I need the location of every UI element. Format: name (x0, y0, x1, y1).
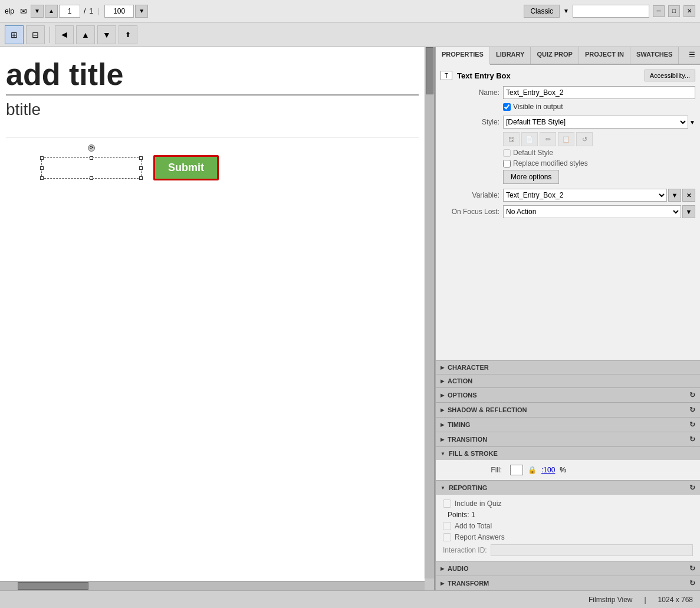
tab-swatches[interactable]: SWATCHES (630, 47, 679, 64)
style-paste-btn[interactable]: 📋 (558, 132, 574, 146)
transition-refresh-icon[interactable]: ↻ (689, 435, 695, 443)
style-save-btn[interactable]: 🖫 (503, 132, 520, 146)
rotate-handle[interactable]: ⟳ (88, 144, 95, 152)
include-quiz-row: Include in Quiz (443, 499, 693, 508)
style-reset-btn[interactable]: ↺ (576, 132, 593, 146)
canvas-inner: add title btitle ⟳ (0, 47, 425, 581)
handle-br[interactable] (139, 176, 143, 180)
prev-page-btn[interactable]: ▼ (31, 5, 44, 18)
reporting-refresh-icon[interactable]: ↻ (689, 484, 695, 492)
replace-modified-checkbox[interactable] (503, 160, 511, 167)
handle-tr[interactable] (139, 156, 143, 160)
email-icon[interactable]: ✉ (20, 6, 27, 16)
handle-tm[interactable] (90, 156, 93, 160)
submit-button[interactable]: Submit (153, 155, 219, 180)
tab-properties[interactable]: PROPERTIES (436, 47, 490, 65)
tab-project-info[interactable]: PROJECT IN (579, 47, 630, 64)
visible-label[interactable]: Visible in output (503, 103, 695, 111)
default-style-checkbox[interactable] (503, 149, 511, 157)
section-action[interactable]: ▶ ACTION (436, 374, 700, 387)
hscroll-thumb[interactable] (18, 582, 88, 590)
add-total-checkbox[interactable] (443, 522, 451, 530)
default-style-row: Default Style (503, 149, 695, 157)
zoom-input[interactable] (104, 5, 134, 18)
vscroll-thumb[interactable] (426, 47, 433, 94)
section-character[interactable]: ▶ CHARACTER (436, 360, 700, 374)
replace-modified-label: Replace modified styles (513, 159, 588, 167)
restore-btn[interactable]: □ (668, 5, 680, 17)
report-answers-checkbox[interactable] (443, 533, 451, 541)
handle-bl[interactable] (40, 176, 44, 180)
name-input[interactable] (503, 86, 695, 99)
page-number-input[interactable] (59, 5, 80, 18)
section-fill[interactable]: ▼ FILL & STROKE (436, 446, 700, 460)
text-entry-box[interactable] (41, 157, 142, 179)
report-answers-label: Report Answers (455, 533, 505, 541)
canvas-hscrollbar[interactable] (0, 581, 425, 590)
zoom-dropdown-btn[interactable]: ▼ (135, 5, 148, 18)
replace-modified-row: Replace modified styles (503, 159, 695, 167)
classic-btn[interactable]: Classic (524, 5, 560, 18)
list-view-btn[interactable]: ⊟ (26, 25, 45, 44)
style-doc-btn[interactable]: 📄 (521, 132, 538, 146)
lock-icon[interactable]: 🔒 (528, 466, 537, 474)
minimize-btn[interactable]: ─ (653, 5, 665, 17)
fill-color-swatch[interactable] (510, 465, 523, 475)
visible-checkbox[interactable] (503, 103, 511, 111)
slide-content: add title btitle ⟳ (0, 47, 425, 186)
timing-refresh-icon[interactable]: ↻ (689, 420, 695, 429)
section-transition[interactable]: ▶ TRANSITION ↻ (436, 432, 700, 446)
tab-quiz-prop[interactable]: QUIZ PROP (531, 47, 579, 64)
subtitle-divider (6, 137, 419, 137)
fill-percent-value[interactable]: :100 (541, 466, 555, 474)
interaction-id-input[interactable] (491, 544, 693, 556)
handle-mr[interactable] (139, 166, 143, 170)
variable-dropdown-btn[interactable]: ▼ (668, 189, 681, 202)
shadow-label: SHADOW & REFLECTION (448, 406, 527, 413)
canvas-vscrollbar[interactable] (425, 47, 434, 579)
audio-refresh-icon[interactable]: ↻ (689, 564, 695, 573)
variable-clear-btn[interactable]: ✕ (682, 189, 695, 202)
section-shadow[interactable]: ▶ SHADOW & REFLECTION ↻ (436, 402, 700, 417)
layer-down-btn[interactable]: ▼ (97, 25, 116, 44)
help-menu[interactable]: elp (5, 7, 14, 15)
grid-view-btn[interactable]: ⊞ (5, 25, 24, 44)
section-timing[interactable]: ▶ TIMING ↻ (436, 417, 700, 432)
handle-tl[interactable] (40, 156, 44, 160)
layer-up-btn[interactable]: ▲ (76, 25, 95, 44)
options-refresh-icon[interactable]: ↻ (689, 391, 695, 399)
second-toolbar: ⊞ ⊟ ◄ ▲ ▼ ⬆ (0, 22, 700, 47)
classic-dropdown-icon[interactable]: ▼ (563, 8, 569, 14)
handle-ml[interactable] (40, 166, 44, 170)
text-entry-widget[interactable]: ⟳ (41, 157, 142, 179)
section-transform[interactable]: ▶ TRANSFORM ↻ (436, 576, 700, 590)
options-triangle: ▶ (441, 393, 444, 398)
more-options-btn[interactable]: More options (503, 170, 559, 184)
handle-bm[interactable] (90, 176, 93, 180)
filmstrip-view-label[interactable]: Filmstrip View (589, 596, 632, 604)
close-btn[interactable]: ✕ (683, 5, 695, 17)
on-focus-dropdown-btn[interactable]: ▼ (682, 205, 695, 218)
shadow-refresh-icon[interactable]: ↻ (689, 406, 695, 414)
section-audio[interactable]: ▶ AUDIO ↻ (436, 561, 700, 576)
tab-library[interactable]: LIBRARY (490, 47, 531, 64)
next-page-btn[interactable]: ▲ (45, 5, 58, 18)
style-select[interactable]: [Default TEB Style] (503, 116, 688, 129)
on-focus-select[interactable]: No Action (503, 205, 681, 218)
style-edit-btn[interactable]: ✏ (540, 132, 556, 146)
back-btn[interactable]: ◄ (55, 25, 74, 44)
action-label: ACTION (448, 377, 472, 384)
accessibility-btn[interactable]: Accessibility... (645, 70, 695, 81)
style-dropdown-icon[interactable]: ▼ (689, 119, 695, 126)
status-bar: Filmstrip View | 1024 x 768 (0, 590, 700, 608)
variable-select[interactable]: Text_Entry_Box_2 (503, 189, 667, 202)
panel-menu-icon[interactable]: ☰ (684, 47, 700, 64)
transform-refresh-icon[interactable]: ↻ (689, 579, 695, 587)
include-quiz-checkbox[interactable] (443, 499, 451, 508)
section-options[interactable]: ▶ OPTIONS ↻ (436, 387, 700, 402)
search-input[interactable] (573, 5, 649, 18)
section-reporting[interactable]: ▼ REPORTING ↻ (436, 480, 700, 495)
style-label: Style: (441, 118, 499, 126)
layer-top-btn[interactable]: ⬆ (119, 25, 137, 44)
fill-percent-sign: % (560, 466, 566, 474)
